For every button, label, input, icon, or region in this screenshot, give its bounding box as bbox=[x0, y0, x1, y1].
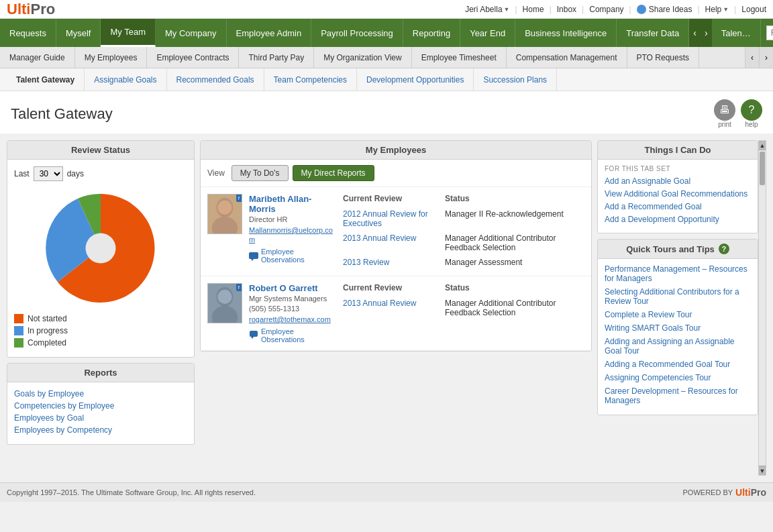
obs-icon-robert bbox=[249, 330, 258, 341]
page-title: Talent Gateway bbox=[11, 105, 113, 123]
user-menu[interactable]: Jeri Abella ▼ bbox=[465, 5, 509, 14]
inbox-link[interactable]: Inbox bbox=[557, 5, 576, 14]
nav-employee-admin[interactable]: Employee Admin bbox=[227, 19, 312, 47]
review-status-robert-0: Manager Additional Contributor Feedback … bbox=[445, 297, 584, 319]
things-link-3[interactable]: Add a Development Opportunity bbox=[605, 215, 751, 224]
tour-link-0[interactable]: Performance Management – Resources for M… bbox=[605, 264, 751, 283]
employee-obs-maribeth[interactable]: Employee Observations bbox=[249, 248, 336, 264]
pie-chart-container bbox=[14, 188, 187, 309]
sub-nav-my-employees[interactable]: My Employees bbox=[75, 47, 148, 68]
nav-transfer-data[interactable]: Transfer Data bbox=[617, 19, 689, 47]
share-ideas-link[interactable]: Share Ideas bbox=[637, 5, 692, 14]
talent-tab-recommended[interactable]: Recommended Goals bbox=[167, 68, 264, 91]
tour-link-7[interactable]: Career Development – Resources for Manag… bbox=[605, 386, 751, 405]
legend-completed: Completed bbox=[14, 338, 187, 348]
things-link-1[interactable]: View Additional Goal Recommendations bbox=[605, 189, 751, 199]
help-menu[interactable]: Help ▼ bbox=[705, 5, 729, 14]
right-scrollbar[interactable]: ▲ ▼ bbox=[758, 140, 766, 476]
company-link[interactable]: Company bbox=[589, 5, 623, 14]
tour-link-1[interactable]: Selecting Additional Contributors for a … bbox=[605, 287, 751, 306]
nav-business-intel[interactable]: Business Intelligence bbox=[515, 19, 617, 47]
sub-nav-compensation[interactable]: Compensation Management bbox=[507, 47, 627, 68]
nav-prev-arrow[interactable]: ‹ bbox=[689, 19, 701, 47]
employee-reviews-maribeth: Current Review Status 2012 Annual Review… bbox=[343, 194, 584, 269]
tours-help-icon[interactable]: ? bbox=[719, 244, 729, 254]
talent-tab-development[interactable]: Development Opportunities bbox=[357, 68, 474, 91]
employee-email-maribeth[interactable]: Mallanmorris@uelcorp.com bbox=[249, 226, 333, 244]
nav-payroll[interactable]: Payroll Processing bbox=[311, 19, 403, 47]
scrollbar-up-arrow[interactable]: ▲ bbox=[759, 141, 766, 150]
things-link-0[interactable]: Add an Assignable Goal bbox=[605, 176, 751, 186]
things-link-2[interactable]: Add a Recommended Goal bbox=[605, 202, 751, 211]
nav-year-end[interactable]: Year End bbox=[460, 19, 515, 47]
report-competencies-by-employee[interactable]: Competencies by Employee bbox=[14, 401, 187, 411]
tour-link-2[interactable]: Complete a Review Tour bbox=[605, 310, 751, 319]
sub-nav-next[interactable]: › bbox=[759, 47, 773, 68]
legend-color-completed bbox=[14, 338, 23, 348]
obs-label-robert: Employee Observations bbox=[261, 327, 336, 343]
left-panel: Review Status Last 30 60 90 days bbox=[7, 140, 195, 476]
talent-tabs: Talent Gateway Assignable Goals Recommen… bbox=[0, 68, 773, 91]
my-direct-reports-button[interactable]: My Direct Reports bbox=[293, 165, 374, 181]
sub-nav-third-party-pay[interactable]: Third Party Pay bbox=[239, 47, 314, 68]
scrollbar-down-arrow[interactable]: ▼ bbox=[759, 466, 766, 475]
nav-talent[interactable]: Talen… bbox=[712, 19, 761, 47]
employee-obs-robert[interactable]: Employee Observations bbox=[249, 327, 336, 343]
talent-tab-assignable[interactable]: Assignable Goals bbox=[85, 68, 166, 91]
tour-link-3[interactable]: Writing SMART Goals Tour bbox=[605, 323, 751, 333]
employee-title-robert: Mgr Systems Managers bbox=[249, 295, 336, 303]
page-title-icons: 🖶 print ? help bbox=[714, 99, 762, 128]
talent-tab-succession[interactable]: Succession Plans bbox=[474, 68, 557, 91]
tours-content: Performance Management – Resources for M… bbox=[598, 259, 758, 415]
talent-tab-gateway[interactable]: Talent Gateway bbox=[7, 68, 85, 91]
footer-logo-pro: Pro bbox=[751, 487, 766, 498]
sub-nav-prev[interactable]: ‹ bbox=[745, 47, 759, 68]
tour-link-6[interactable]: Assigning Competencies Tour bbox=[605, 373, 751, 382]
employee-email-robert[interactable]: rogarrett@tothemax.com bbox=[249, 315, 331, 323]
legend-label-in-progress: In progress bbox=[28, 326, 68, 335]
sub-nav-org-view[interactable]: My Organization View bbox=[314, 47, 412, 68]
employee-name-robert[interactable]: Robert O Garrett bbox=[249, 283, 336, 293]
nav-myself[interactable]: Myself bbox=[56, 19, 101, 47]
sub-nav-pto[interactable]: PTO Requests bbox=[627, 47, 699, 68]
nav-reporting[interactable]: Reporting bbox=[403, 19, 460, 47]
my-todos-button[interactable]: My To Do's bbox=[231, 165, 289, 181]
tour-link-5[interactable]: Adding a Recommended Goal Tour bbox=[605, 360, 751, 369]
nav-requests[interactable]: Requests bbox=[0, 19, 56, 47]
scrollbar-thumb[interactable] bbox=[760, 152, 765, 185]
sub-nav-timesheet[interactable]: Employee Timesheet bbox=[412, 47, 507, 68]
user-name[interactable]: Jeri Abella bbox=[465, 5, 502, 14]
report-employees-by-goal[interactable]: Employees by Goal bbox=[14, 413, 187, 423]
legend-label-not-started: Not started bbox=[28, 314, 67, 323]
print-icon: 🖶 bbox=[714, 99, 735, 121]
employee-name-maribeth[interactable]: Maribeth Allan-Morris bbox=[249, 194, 336, 214]
days-select[interactable]: 30 60 90 bbox=[34, 166, 63, 181]
col-hdr-status: Status bbox=[445, 194, 584, 206]
report-goals-by-employee[interactable]: Goals by Employee bbox=[14, 389, 187, 398]
sub-nav-employee-contracts[interactable]: Employee Contracts bbox=[147, 47, 239, 68]
talent-tab-competencies[interactable]: Team Competencies bbox=[264, 68, 357, 91]
nav-next-arrow[interactable]: › bbox=[701, 19, 712, 47]
search-input[interactable] bbox=[766, 25, 773, 40]
review-link-maribeth-1[interactable]: 2013 Annual Review bbox=[343, 231, 444, 254]
svg-rect-3 bbox=[250, 253, 258, 259]
review-link-maribeth-2[interactable]: 2013 Review bbox=[343, 256, 444, 269]
sub-nav-manager-guide[interactable]: Manager Guide bbox=[0, 47, 75, 68]
tour-link-4[interactable]: Adding and Assigning an Assignable Goal … bbox=[605, 337, 751, 356]
home-link[interactable]: Home bbox=[523, 5, 544, 14]
report-employees-by-competency[interactable]: Employees by Competency bbox=[14, 425, 187, 435]
footer-powered-label: POWERED BY bbox=[683, 488, 733, 496]
employee-info-robert: Robert O Garrett Mgr Systems Managers (5… bbox=[249, 283, 336, 343]
print-button[interactable]: 🖶 print bbox=[714, 99, 735, 128]
logout-link[interactable]: Logout bbox=[741, 5, 766, 14]
days-filter: Last 30 60 90 days bbox=[14, 166, 187, 181]
nav-my-team[interactable]: My Team bbox=[101, 19, 156, 47]
nav-my-company[interactable]: My Company bbox=[156, 19, 227, 47]
help-button[interactable]: ? help bbox=[741, 99, 762, 128]
review-link-robert-0[interactable]: 2013 Annual Review bbox=[343, 297, 444, 319]
review-link-maribeth-0[interactable]: 2012 Annual Review for Executives bbox=[343, 207, 444, 230]
page-title-bar: Talent Gateway 🖶 print ? help bbox=[0, 91, 773, 134]
help-icon-label: help bbox=[745, 121, 758, 128]
svg-point-1 bbox=[212, 217, 238, 234]
pie-center bbox=[86, 233, 116, 264]
